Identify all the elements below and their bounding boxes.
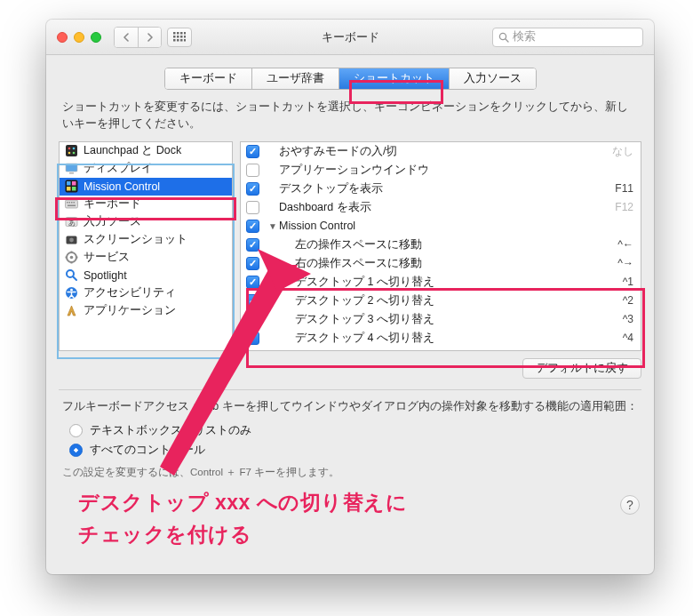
- instructions: ショートカットを変更するには、ショートカットを選択し、キーコンビネーションをクリ…: [46, 99, 654, 141]
- sidebar-item[interactable]: スクリーンショット: [60, 231, 232, 249]
- checkbox[interactable]: [246, 257, 259, 270]
- svg-rect-20: [69, 172, 74, 174]
- radio-all-controls[interactable]: すべてのコントロール: [69, 441, 631, 460]
- svg-rect-3: [184, 32, 186, 35]
- tab-ユーザ辞書[interactable]: ユーザ辞書: [251, 68, 339, 89]
- shortcut-row[interactable]: ▼アプリケーションウインドウ: [241, 161, 641, 180]
- search-input[interactable]: 検索: [492, 28, 643, 47]
- shortcut-row[interactable]: ▼Mission Control: [241, 217, 641, 236]
- checkbox[interactable]: [246, 238, 259, 252]
- shortcut-key[interactable]: F12: [615, 201, 633, 213]
- svg-point-12: [499, 33, 506, 39]
- svg-rect-8: [173, 39, 176, 42]
- tab-ショートカット[interactable]: ショートカット: [339, 68, 449, 89]
- category-sidebar[interactable]: Launchpad と DockディスプレイMission Controlキーボ…: [59, 141, 233, 351]
- svg-rect-5: [177, 36, 179, 38]
- sidebar-item-label: スクリーンショット: [84, 232, 187, 247]
- search-placeholder: 検索: [513, 29, 536, 44]
- shortcut-row[interactable]: ▼デスクトップ 2 へ切り替え^2: [241, 292, 641, 310]
- titlebar: キーボード 検索: [46, 20, 654, 55]
- sidebar-item-label: Spotlight: [84, 269, 127, 282]
- shortcut-row[interactable]: ▼デスクトップ 1 へ切り替え^1: [241, 273, 641, 292]
- defaults-row: デフォルトに戻す: [46, 351, 654, 389]
- checkbox[interactable]: [246, 145, 259, 158]
- sidebar-item-label: サービス: [84, 250, 130, 265]
- footer-row: キーボードを設定... ?: [46, 492, 654, 527]
- sidebar-item[interactable]: サービス: [60, 249, 232, 267]
- checkbox[interactable]: [246, 294, 259, 308]
- tab-入力ソース[interactable]: 入力ソース: [449, 68, 536, 89]
- show-all-button[interactable]: [167, 28, 192, 47]
- shortcut-label: 右の操作スペースに移動: [295, 256, 617, 271]
- checkbox[interactable]: [246, 276, 259, 289]
- radio-group: テキストボックスとリストのみ すべてのコントロール: [46, 421, 654, 460]
- checkbox[interactable]: [246, 313, 259, 326]
- shortcut-key[interactable]: ^4: [623, 332, 633, 344]
- shortcut-row[interactable]: ▼デスクトップ 3 へ切り替え^3: [241, 310, 641, 329]
- nav-back-forward: [114, 27, 162, 48]
- shortcut-row[interactable]: ▼右の操作スペースに移動^→: [241, 254, 641, 273]
- keyboard-icon: [65, 197, 78, 211]
- shortcut-label: デスクトップ 3 へ切り替え: [295, 312, 623, 327]
- services-icon: [65, 251, 78, 264]
- restore-defaults-button[interactable]: デフォルトに戻す: [522, 358, 641, 379]
- shortcut-row[interactable]: ▼左の操作スペースに移動^←: [241, 236, 641, 254]
- spotlight-icon: [65, 268, 78, 282]
- checkbox[interactable]: [246, 182, 259, 196]
- sidebar-item[interactable]: キーボード: [60, 196, 232, 213]
- checkbox[interactable]: [246, 332, 259, 345]
- svg-point-37: [70, 256, 74, 260]
- sidebar-item[interactable]: ディスプレイ: [60, 160, 232, 178]
- sidebar-item[interactable]: あ入力ソース: [60, 213, 232, 231]
- svg-rect-29: [71, 202, 73, 204]
- disclosure-triangle-icon[interactable]: ▼: [268, 221, 277, 231]
- checkbox[interactable]: [246, 201, 259, 214]
- shortcut-key[interactable]: F11: [615, 182, 633, 195]
- svg-rect-23: [72, 181, 76, 186]
- app-icon: [65, 304, 78, 317]
- svg-point-45: [70, 289, 73, 292]
- shortcut-key[interactable]: ^3: [623, 313, 633, 325]
- forward-button[interactable]: [138, 28, 161, 47]
- help-button[interactable]: ?: [620, 495, 640, 515]
- shortcut-row[interactable]: ▼デスクトップ 4 へ切り替え^4: [241, 329, 641, 348]
- shortcut-row[interactable]: ▼Dashboard を表示F12: [241, 198, 641, 217]
- radio-textboxes[interactable]: テキストボックスとリストのみ: [69, 421, 631, 441]
- sidebar-item[interactable]: アクセシビリティ: [60, 284, 232, 302]
- prefs-window: キーボード 検索 キーボードユーザ辞書ショートカット入力ソース ショートカットを…: [46, 20, 654, 574]
- tab-キーボード[interactable]: キーボード: [165, 68, 251, 89]
- input-icon: あ: [65, 215, 78, 228]
- shortcut-label: おやすみモードの入/切: [279, 144, 612, 159]
- radio-icon: [69, 444, 83, 457]
- shortcut-label: デスクトップ 1 へ切り替え: [295, 275, 623, 290]
- sidebar-item[interactable]: Spotlight: [60, 267, 232, 284]
- grid-icon: [173, 32, 186, 43]
- shortcut-key[interactable]: ^→: [617, 257, 633, 269]
- sidebar-item-label: アプリケーション: [84, 303, 176, 318]
- sidebar-item-label: ディスプレイ: [84, 161, 153, 176]
- back-button[interactable]: [115, 28, 138, 47]
- shortcut-key[interactable]: なし: [612, 144, 633, 159]
- checkbox[interactable]: [246, 164, 259, 177]
- zoom-button[interactable]: [91, 32, 101, 43]
- close-button[interactable]: [57, 32, 68, 43]
- full-keyboard-access-label: フルキーボードアクセス：Tab キーを押してウインドウやダイアログ内の操作対象を…: [46, 390, 654, 421]
- svg-point-16: [73, 148, 76, 150]
- shortcut-key[interactable]: ^←: [617, 238, 633, 251]
- svg-line-43: [74, 277, 77, 281]
- sidebar-item-label: Mission Control: [84, 180, 160, 193]
- shortcut-row[interactable]: ▼おやすみモードの入/切なし: [241, 142, 641, 161]
- tab-bar: キーボードユーザ辞書ショートカット入力ソース: [46, 55, 654, 99]
- sidebar-item-label: キーボード: [84, 196, 141, 212]
- sidebar-item[interactable]: アプリケーション: [60, 302, 232, 320]
- shortcut-key[interactable]: ^1: [623, 276, 633, 288]
- sidebar-item[interactable]: Mission Control: [60, 178, 232, 196]
- sidebar-item[interactable]: Launchpad と Dock: [60, 142, 232, 160]
- shortcut-label: デスクトップを表示: [279, 181, 615, 196]
- minimize-button[interactable]: [74, 32, 84, 43]
- shortcut-key[interactable]: ^2: [623, 294, 633, 307]
- shortcut-list[interactable]: ▼おやすみモードの入/切なし▼アプリケーションウインドウ▼デスクトップを表示F1…: [240, 141, 641, 351]
- shortcut-label: アプリケーションウインドウ: [279, 163, 633, 178]
- checkbox[interactable]: [246, 220, 259, 233]
- shortcut-row[interactable]: ▼デスクトップを表示F11: [241, 180, 641, 198]
